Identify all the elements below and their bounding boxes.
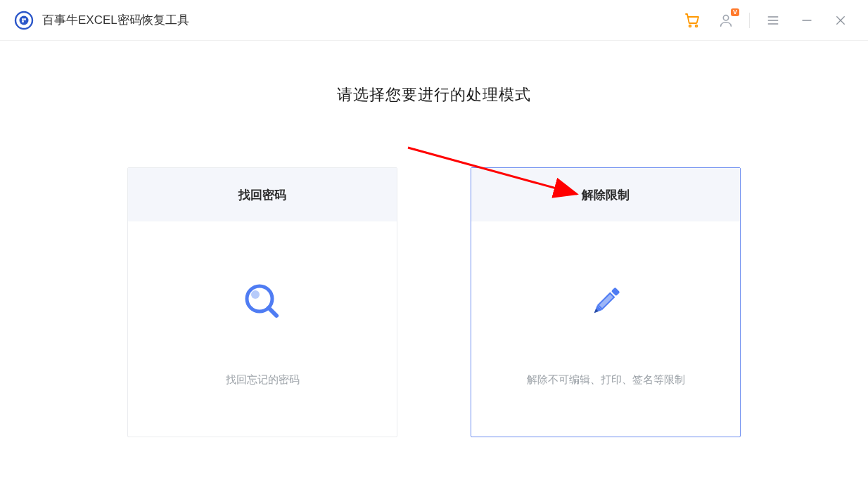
svg-line-16: [269, 308, 276, 316]
magnifier-icon: [240, 279, 285, 324]
titlebar: 百事牛EXCEL密码恢复工具 V: [0, 0, 868, 41]
pencil-icon: [583, 279, 628, 324]
svg-rect-2: [22, 18, 24, 20]
main-content: 请选择您要进行的处理模式 找回密码 找回忘记的密码 解除限制: [0, 41, 868, 437]
svg-rect-4: [22, 20, 24, 22]
titlebar-left: 百事牛EXCEL密码恢复工具: [14, 11, 189, 30]
card-recover-body: 找回忘记的密码: [128, 221, 397, 437]
svg-rect-3: [24, 18, 26, 20]
svg-point-5: [689, 25, 691, 27]
svg-point-1: [20, 15, 29, 25]
mode-cards: 找回密码 找回忘记的密码 解除限制: [127, 167, 741, 437]
svg-point-15: [251, 290, 260, 299]
card-recover-password[interactable]: 找回密码 找回忘记的密码: [127, 167, 397, 437]
menu-button[interactable]: [758, 6, 788, 35]
vip-badge: V: [731, 8, 739, 16]
close-button[interactable]: [826, 6, 855, 35]
card-unlock-body: 解除不可编辑、打印、签名等限制: [471, 221, 740, 437]
svg-point-6: [696, 25, 698, 27]
card-unlock-desc: 解除不可编辑、打印、签名等限制: [527, 373, 685, 394]
cart-button[interactable]: [677, 6, 707, 35]
card-recover-desc: 找回忘记的密码: [226, 373, 300, 394]
card-remove-restrictions[interactable]: 解除限制 解除不可编辑、打印、签名等限制: [471, 167, 741, 437]
card-recover-title: 找回密码: [128, 168, 397, 221]
titlebar-right: V: [677, 6, 855, 35]
minimize-button[interactable]: [792, 6, 822, 35]
app-logo-icon: [14, 11, 34, 30]
svg-point-7: [723, 15, 728, 20]
user-button[interactable]: V: [711, 6, 741, 35]
page-heading: 请选择您要进行的处理模式: [337, 84, 531, 105]
card-unlock-title: 解除限制: [471, 168, 740, 221]
app-title: 百事牛EXCEL密码恢复工具: [42, 12, 189, 28]
separator: [749, 13, 750, 28]
